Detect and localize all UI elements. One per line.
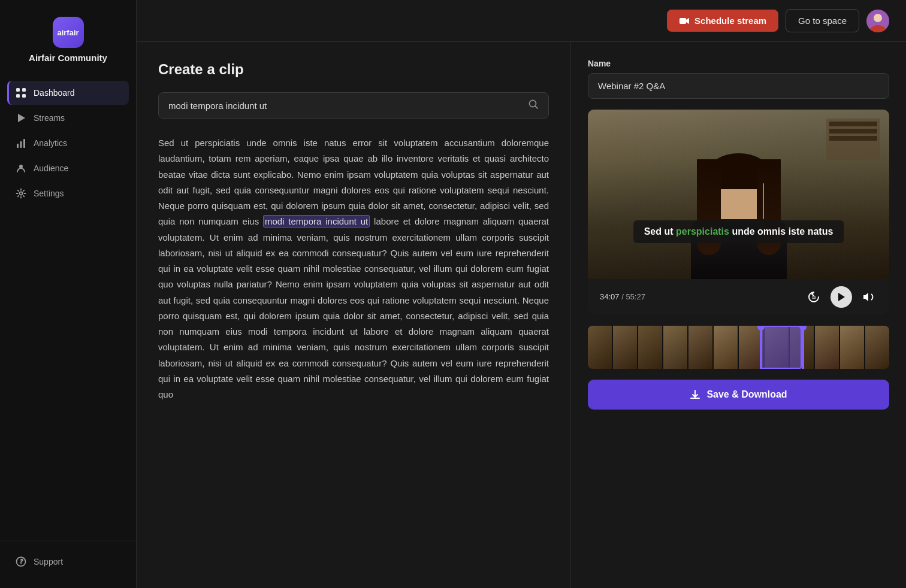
sidebar-nav: Dashboard Streams Analytics — [0, 75, 136, 541]
streams-icon — [16, 113, 26, 123]
svg-point-9 — [20, 192, 23, 195]
play-button[interactable] — [830, 286, 852, 308]
svg-rect-2 — [16, 94, 20, 98]
sidebar-item-settings-label: Settings — [34, 189, 64, 198]
sidebar-item-dashboard[interactable]: Dashboard — [7, 81, 129, 105]
avatar[interactable] — [866, 10, 889, 32]
analytics-icon — [16, 138, 26, 148]
svg-point-13 — [874, 14, 882, 22]
timeline-frame-3 — [638, 326, 662, 369]
logo-section: airfair Airfair Community — [0, 0, 136, 75]
search-icon — [528, 99, 539, 112]
svg-rect-1 — [22, 88, 26, 92]
transcript-before: Sed ut perspiciatis unde omnis iste natu… — [158, 138, 549, 226]
sidebar-item-analytics[interactable]: Analytics — [7, 131, 129, 155]
timeline-frame-12 — [865, 326, 889, 369]
settings-icon — [16, 188, 26, 199]
support-item[interactable]: Support — [7, 550, 129, 574]
timeline-handle-left[interactable] — [760, 326, 762, 369]
right-panel: Name — [570, 42, 906, 588]
name-field-group: Name — [588, 59, 889, 99]
timeline-frame-6 — [714, 326, 738, 369]
sidebar-bottom: Support — [0, 541, 136, 588]
svg-rect-7 — [23, 139, 25, 148]
timeline-frame-1 — [588, 326, 612, 369]
video-camera-icon — [679, 17, 690, 25]
timeline-frame-2 — [613, 326, 637, 369]
timeline-frame-4 — [663, 326, 687, 369]
timeline-handle-right[interactable] — [802, 326, 804, 369]
sidebar-item-streams[interactable]: Streams — [7, 106, 129, 130]
timeline-frame-10 — [815, 326, 839, 369]
left-panel: Create a clip Sed ut perspiciatis unde o… — [137, 42, 570, 588]
svg-rect-5 — [17, 144, 19, 148]
svg-marker-4 — [18, 114, 25, 122]
support-label: Support — [34, 557, 63, 566]
svg-rect-3 — [22, 94, 26, 98]
main-area: Schedule stream Go to space Create a cli… — [137, 0, 906, 588]
content-area: Create a clip Sed ut perspiciatis unde o… — [137, 42, 906, 588]
svg-point-15 — [530, 101, 536, 107]
svg-rect-0 — [16, 88, 20, 92]
svg-text:10: 10 — [812, 296, 816, 299]
volume-button[interactable] — [860, 289, 877, 305]
timeline[interactable] — [588, 326, 889, 369]
schedule-stream-button[interactable]: Schedule stream — [667, 10, 778, 32]
sidebar-item-settings[interactable]: Settings — [7, 181, 129, 205]
sidebar-item-streams-label: Streams — [34, 113, 65, 123]
sidebar-item-audience-label: Audience — [34, 163, 68, 173]
sidebar-item-analytics-label: Analytics — [34, 138, 67, 148]
dashboard-icon — [16, 87, 26, 98]
sidebar-item-audience[interactable]: Audience — [7, 156, 129, 180]
timeline-strips — [588, 326, 889, 369]
video-thumbnail: Sed ut perspiciatis unde omnis iste natu… — [588, 110, 889, 279]
timeline-frame-11 — [840, 326, 864, 369]
subtitle-highlight: perspiciatis — [676, 226, 729, 237]
subtitle-overlay: Sed ut perspiciatis unde omnis iste natu… — [633, 220, 844, 243]
svg-rect-6 — [20, 141, 22, 148]
download-icon — [690, 389, 700, 400]
sidebar-item-dashboard-label: Dashboard — [34, 88, 75, 98]
header: Schedule stream Go to space — [137, 0, 906, 42]
save-download-button[interactable]: Save & Download — [588, 380, 889, 410]
sidebar: airfair Airfair Community Dashboard — [0, 0, 137, 588]
support-icon — [16, 556, 26, 567]
video-player: Sed ut perspiciatis unde omnis iste natu… — [588, 110, 889, 315]
svg-rect-11 — [680, 18, 686, 24]
transcript-after: labore et dolore magnam aliquam quaerat … — [158, 216, 549, 399]
rewind-button[interactable]: 10 — [805, 289, 822, 305]
page-title: Create a clip — [158, 61, 549, 78]
svg-marker-18 — [838, 293, 845, 301]
transcript-highlight: modi tempora incidunt ut — [263, 215, 370, 228]
name-label: Name — [588, 59, 889, 68]
audience-icon — [16, 163, 26, 174]
community-name: Airfair Community — [29, 53, 107, 63]
logo-icon: airfair — [53, 17, 84, 48]
transcript: Sed ut perspiciatis unde omnis iste natu… — [158, 135, 549, 402]
time-display: 34:07 / 55:27 — [600, 292, 797, 301]
clip-name-input[interactable] — [588, 73, 889, 99]
search-bar — [158, 92, 549, 119]
timeline-selection[interactable] — [760, 326, 802, 369]
svg-line-16 — [536, 107, 538, 109]
search-input[interactable] — [168, 101, 522, 111]
go-to-space-button[interactable]: Go to space — [786, 9, 859, 32]
video-controls: 34:07 / 55:27 10 — [588, 279, 889, 315]
timeline-frame-5 — [688, 326, 712, 369]
